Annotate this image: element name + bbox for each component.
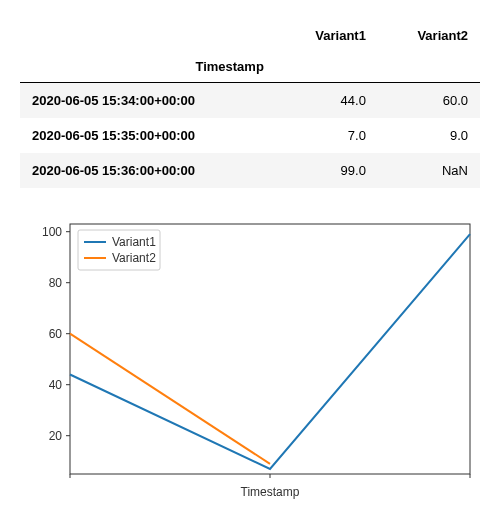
cell-variant2: NaN bbox=[378, 153, 480, 188]
ytick-80: 80 bbox=[49, 276, 63, 290]
row-timestamp: 2020-06-05 15:34:00+00:00 bbox=[20, 83, 276, 119]
cell-variant1: 99.0 bbox=[276, 153, 378, 188]
table-header-blank bbox=[20, 20, 276, 51]
cell-variant2: 9.0 bbox=[378, 118, 480, 153]
legend: Variant1 Variant2 bbox=[78, 230, 160, 270]
legend-label-variant1: Variant1 bbox=[112, 235, 156, 249]
row-timestamp: 2020-06-05 15:36:00+00:00 bbox=[20, 153, 276, 188]
legend-label-variant2: Variant2 bbox=[112, 251, 156, 265]
row-timestamp: 2020-06-05 15:35:00+00:00 bbox=[20, 118, 276, 153]
line-chart: 20 40 60 80 100 Timestamp bbox=[20, 214, 480, 504]
column-header-variant2: Variant2 bbox=[378, 20, 480, 51]
table-row: 2020-06-05 15:34:00+00:00 44.0 60.0 bbox=[20, 83, 480, 119]
table-index-row: Timestamp bbox=[20, 51, 480, 83]
table-header-row: Variant1 Variant2 bbox=[20, 20, 480, 51]
data-table: Variant1 Variant2 Timestamp 2020-06-05 1… bbox=[20, 20, 480, 188]
ytick-20: 20 bbox=[49, 429, 63, 443]
index-name: Timestamp bbox=[20, 51, 276, 83]
ytick-60: 60 bbox=[49, 327, 63, 341]
chart-svg: 20 40 60 80 100 Timestamp bbox=[20, 214, 480, 504]
column-header-variant1: Variant1 bbox=[276, 20, 378, 51]
x-axis-label: Timestamp bbox=[241, 485, 300, 499]
table: Variant1 Variant2 Timestamp 2020-06-05 1… bbox=[20, 20, 480, 188]
ytick-40: 40 bbox=[49, 378, 63, 392]
table-row: 2020-06-05 15:36:00+00:00 99.0 NaN bbox=[20, 153, 480, 188]
table-row: 2020-06-05 15:35:00+00:00 7.0 9.0 bbox=[20, 118, 480, 153]
ytick-100: 100 bbox=[42, 225, 62, 239]
y-axis: 20 40 60 80 100 bbox=[42, 225, 70, 443]
cell-variant1: 7.0 bbox=[276, 118, 378, 153]
index-blank2 bbox=[378, 51, 480, 83]
x-axis: Timestamp bbox=[70, 474, 470, 499]
cell-variant1: 44.0 bbox=[276, 83, 378, 119]
index-blank1 bbox=[276, 51, 378, 83]
cell-variant2: 60.0 bbox=[378, 83, 480, 119]
